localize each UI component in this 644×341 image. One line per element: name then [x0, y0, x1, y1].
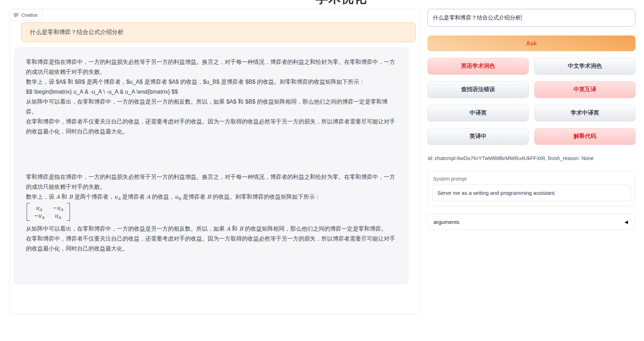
query-input-value: 什么是零和博弈？结合公式介绍分析 [433, 14, 521, 22]
text-cursor [521, 15, 522, 21]
function-button-1[interactable]: 英语学术润色 [427, 58, 529, 75]
function-button-4[interactable]: 中英互译 [534, 81, 635, 98]
bot-rendered-block: 零和博弈是指在博弈中，一方的利益损失必然等于另一方的利益增益。换言之，对于每一种… [26, 172, 397, 254]
arguments-accordion[interactable]: arguments ◀ [427, 214, 635, 230]
system-prompt-label: System prompt [433, 176, 631, 182]
user-message-text: 什么是零和博弈？结合公式介绍分析 [30, 28, 124, 36]
app-title: 学术优化 [316, 0, 367, 7]
speech-bubble-icon [13, 12, 19, 18]
payoff-matrix: uA−uA−uAuA [26, 202, 397, 224]
status-text: id: chatcmpl-6wOo7KrYTwMl89lbrMWRu4UkFFX… [428, 155, 594, 161]
function-button-2[interactable]: 中文学术润色 [534, 58, 635, 75]
bot-rendered-paragraph: 从矩阵中可以看出，在零和博弈中，一方的收益是另一方的相反数。所以，如果 A 和 … [26, 224, 397, 234]
function-button-5[interactable]: 中译英 [427, 105, 529, 121]
bot-raw-block: 零和博弈是指在博弈中，一方的利益损失必然等于另一方的利益增益。换言之，对于每一种… [26, 57, 397, 137]
bot-rendered-paragraph: 数学上，设 A 和 B 是两个博弈者，uA 是博弈者 A 的收益，uB 是博弈者… [26, 192, 397, 202]
bot-raw-paragraph: $$ \begin{bmatrix} u_A & -u_A \ -u_A & u… [26, 87, 397, 97]
function-button-7[interactable]: 英译中 [427, 128, 529, 145]
ask-button[interactable]: Ask [427, 35, 635, 51]
bot-message: 零和博弈是指在博弈中，一方的利益损失必然等于另一方的利益增益。换言之，对于每一种… [14, 48, 408, 284]
chatbot-label: Chatbot [10, 9, 42, 21]
bot-raw-paragraph: 零和博弈是指在博弈中，一方的利益损失必然等于另一方的利益增益。换言之，对于每一种… [26, 57, 397, 77]
chatbot-label-text: Chatbot [21, 12, 38, 18]
system-prompt-value: Serve me as a writing and programming as… [437, 190, 556, 196]
function-button-grid: 英语学术润色中文学术润色查找语法错误中英互译中译英学术中译英英译中解释代码 [427, 58, 635, 145]
function-button-8[interactable]: 解释代码 [534, 128, 635, 145]
bot-raw-paragraph: 从矩阵中可以看出，在零和博弈中，一方的收益是另一方的相反数。所以，如果 $A$ … [26, 97, 397, 117]
function-button-3[interactable]: 查找语法错误 [427, 81, 529, 98]
bot-rendered-paragraph: 在零和博弈中，博弈者不仅要关注自己的收益，还需要考虑对手的收益。因为一方取得的收… [26, 234, 397, 254]
accordion-arrow-icon: ◀ [624, 219, 628, 225]
chatbot-panel[interactable]: Chatbot 什么是零和博弈？结合公式介绍分析 零和博弈是指在博弈中，一方的利… [10, 9, 420, 314]
user-message: 什么是零和博弈？结合公式介绍分析 [21, 22, 416, 42]
system-prompt-panel: System prompt Serve me as a writing and … [427, 171, 635, 207]
query-input[interactable]: 什么是零和博弈？结合公式介绍分析 [427, 9, 635, 27]
function-button-6[interactable]: 学术中译英 [534, 105, 635, 121]
bot-raw-paragraph: 数学上，设 $A$ 和 $B$ 是两个博弈者，$u_A$ 是博弈者 $A$ 的收… [26, 77, 397, 87]
arguments-accordion-label: arguments [433, 219, 459, 225]
bot-raw-paragraph: 在零和博弈中，博弈者不仅要关注自己的收益，还需要考虑对手的收益。因为一方取得的收… [26, 117, 397, 137]
bot-rendered-paragraph: 零和博弈是指在博弈中，一方的利益损失必然等于另一方的利益增益。换言之，对于每一种… [26, 172, 397, 192]
system-prompt-input[interactable]: Serve me as a writing and programming as… [432, 185, 631, 201]
